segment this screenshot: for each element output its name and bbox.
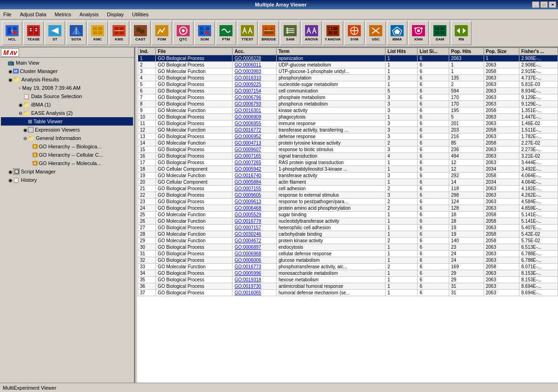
ease-label: EASE Analysis (2) bbox=[31, 110, 73, 116]
table-row[interactable]: 10GO Biological ProcessGO:0006909phagocy… bbox=[138, 114, 558, 120]
col-list-si[interactable]: List Si... bbox=[418, 48, 449, 55]
table-row[interactable]: 18GO Cellular ComponentGO:00059421-phosp… bbox=[138, 166, 558, 173]
table-row[interactable]: 32GO Biological ProcessGO:0006006glucose… bbox=[138, 257, 558, 264]
table-row[interactable]: 37GO Biological ProcessGO:0016065humoral… bbox=[138, 290, 558, 296]
table-row[interactable]: 15GO Biological ProcessGO:0009607respons… bbox=[138, 146, 558, 153]
table-row[interactable]: 11GO Biological ProcessGO:0006955immune … bbox=[138, 120, 558, 127]
table-row[interactable]: 25GO Molecular FunctionGO:0005529sugar b… bbox=[138, 212, 558, 218]
facto-anova-button[interactable]: f f ANOVA bbox=[323, 21, 343, 45]
sidebar-item-expr-viewers[interactable]: ◉ Expression Viewers bbox=[1, 126, 133, 134]
table-row[interactable]: 4GO Biological ProcessGO:0016310phosphor… bbox=[138, 75, 558, 81]
hist-icon: 📋 bbox=[13, 177, 20, 183]
menu-display[interactable]: Display bbox=[106, 11, 125, 18]
table-row[interactable]: 16GO Biological ProcessGO:0007165signal … bbox=[138, 153, 558, 159]
col-term[interactable]: Term bbox=[277, 48, 385, 55]
tease-button[interactable]: TEASE bbox=[23, 21, 44, 45]
menu-file[interactable]: File bbox=[2, 11, 13, 18]
bridge-button[interactable]: BRIDGE bbox=[259, 21, 279, 45]
table-row[interactable]: 3GO Molecular FunctionGO:0003983UTP-gluc… bbox=[138, 68, 558, 75]
table-row[interactable]: 1GO Biological ProcessGO:0008228opsiniza… bbox=[138, 55, 558, 62]
col-list-hits[interactable]: List Hits bbox=[385, 48, 418, 55]
table-row[interactable]: 33GO Molecular FunctionGO:0016773phospho… bbox=[138, 264, 558, 270]
table-row[interactable]: 7GO Biological ProcessGO:0006796phosphat… bbox=[138, 94, 558, 101]
sidebar-item-table-viewer[interactable]: ⊞ Table Viewer bbox=[1, 117, 133, 126]
sidebar-item-general-info[interactable]: ⊖ 📁 General Information bbox=[1, 134, 133, 142]
table-container[interactable]: Ind. File Acc. Term List Hits List Si...… bbox=[138, 47, 558, 383]
sidebar-item-data-source[interactable]: 📋 Data Source Selection bbox=[1, 92, 133, 100]
knn-button[interactable]: KNN bbox=[408, 21, 429, 45]
ptm-button[interactable]: PTM bbox=[216, 21, 236, 45]
sidebar-item-go-mol[interactable]: A GO Hierarchy -- Molecula... bbox=[1, 159, 133, 167]
menu-metrics[interactable]: Metrics bbox=[53, 11, 73, 18]
col-fishers[interactable]: Fisher's ... bbox=[519, 48, 558, 55]
sidebar-item-go-cell[interactable]: A GO Hierarchy -- Cellular C... bbox=[1, 151, 133, 159]
hcl-button[interactable]: HCL bbox=[2, 21, 22, 45]
cast-button[interactable]: CAST bbox=[130, 21, 151, 45]
ibma-button[interactable]: iBMA bbox=[387, 21, 407, 45]
table-row[interactable]: 36GO Biological ProcessGO:0019730antimic… bbox=[138, 283, 558, 290]
sidebar-item-cluster-manager[interactable]: ◉ M Cluster Manager bbox=[1, 67, 133, 75]
table-row[interactable]: 2GO Biological ProcessGO:0006011UDP-gluc… bbox=[138, 62, 558, 68]
menu-analysis[interactable]: Analysis bbox=[78, 11, 100, 18]
menu-adjust-data[interactable]: Adjust Data bbox=[19, 11, 48, 18]
table-row[interactable]: 19GO Molecular FunctionGO:0016740transfe… bbox=[138, 173, 558, 179]
fom-button[interactable]: FOM bbox=[152, 21, 172, 45]
sidebar-item-ibma[interactable]: ◉ 📁 iBMA (1) bbox=[1, 100, 133, 109]
sidebar-item-go-bio[interactable]: A GO Hierarchy -- Biologica... bbox=[1, 142, 133, 151]
table-row[interactable]: 9GO Molecular FunctionGO:0016301kinase a… bbox=[138, 107, 558, 114]
st-button[interactable]: ST bbox=[45, 21, 65, 45]
col-file[interactable]: File bbox=[156, 48, 232, 55]
table-row[interactable]: 26GO Molecular FunctionGO:0016779nucleot… bbox=[138, 218, 558, 225]
table-row[interactable]: 23GO Biological ProcessGO:0009613respons… bbox=[138, 199, 558, 205]
table-row[interactable]: 21GO Biological ProcessGO:0007155cell ad… bbox=[138, 186, 558, 192]
rn-button[interactable]: RN bbox=[451, 21, 472, 45]
sidebar-item-analysis-results[interactable]: ◉ 📁 Analysis Results bbox=[1, 75, 133, 84]
som-button[interactable]: SOM bbox=[194, 21, 215, 45]
kmc-button[interactable]: KMC bbox=[87, 21, 108, 45]
ttest-label: TTEST bbox=[241, 37, 253, 41]
table-row[interactable]: 17GO Biological ProcessGO:0007265RAS pro… bbox=[138, 159, 558, 166]
tree-area[interactable]: 📺 Main View ◉ M Cluster Manager ◉ 📁 Anal… bbox=[0, 58, 134, 383]
table-row[interactable]: 24GO Biological ProcessGO:0006468protein… bbox=[138, 205, 558, 212]
table-row[interactable]: 22GO Biological ProcessGO:0009605respons… bbox=[138, 192, 558, 199]
table-row[interactable]: 14GO Molecular FunctionGO:0004713protein… bbox=[138, 140, 558, 146]
sam-button[interactable]: SAM bbox=[280, 21, 300, 45]
table-row[interactable]: 29GO Molecular FunctionGO:0004672protein… bbox=[138, 238, 558, 244]
usc-button[interactable]: USC bbox=[365, 21, 386, 45]
table-row[interactable]: 12GO Molecular FunctionGO:0016772transfe… bbox=[138, 127, 558, 133]
col-pop-hits[interactable]: Pop. Hits bbox=[449, 48, 484, 55]
status-text: MultiExperiment Viewer bbox=[3, 385, 56, 391]
kms-button[interactable]: KMS bbox=[109, 21, 129, 45]
window-controls[interactable]: _ □ ✕ bbox=[532, 1, 556, 8]
minimize-btn[interactable]: _ bbox=[532, 1, 539, 8]
col-ind[interactable]: Ind. bbox=[138, 48, 156, 55]
table-row[interactable]: 6GO Biological ProcessGO:0007154cell com… bbox=[138, 88, 558, 94]
table-row[interactable]: 20GO Cellular ComponentGO:0005884actin f… bbox=[138, 179, 558, 186]
table-row[interactable]: 35GO Biological ProcessGO:0019318hexose … bbox=[138, 277, 558, 283]
sidebar-item-script-manager[interactable]: ◉ 🔲 Script Manager bbox=[1, 167, 133, 176]
ibma-label: iBMA bbox=[392, 37, 402, 41]
col-acc[interactable]: Acc. bbox=[232, 48, 277, 55]
table-row[interactable]: 13GO Biological ProcessGO:0006952defense… bbox=[138, 133, 558, 140]
table-row[interactable]: 34GO Biological ProcessGO:0005996monosac… bbox=[138, 270, 558, 277]
table-row[interactable]: 8GO Biological ProcessGO:0006793phosphor… bbox=[138, 101, 558, 107]
anova-button[interactable]: ANOVA bbox=[301, 21, 322, 45]
qtc-button[interactable]: QTC bbox=[173, 21, 193, 45]
sidebar-item-ease[interactable]: ⊖ 📁 EASE Analysis (2) bbox=[1, 109, 133, 117]
table-row[interactable]: 30GO Biological ProcessGO:0006897endocyt… bbox=[138, 244, 558, 251]
ttest-button[interactable]: TTEST bbox=[237, 21, 258, 45]
sidebar-item-main-view[interactable]: 📺 Main View bbox=[1, 59, 133, 67]
table-row[interactable]: 31GO Biological ProcessGO:0006968cellula… bbox=[138, 251, 558, 257]
table-row[interactable]: 27GO Biological ProcessGO:0007157heterop… bbox=[138, 225, 558, 231]
table-row[interactable]: 28GO Molecular FunctionGO:0030246carbohy… bbox=[138, 231, 558, 238]
menu-utilities[interactable]: Utilities bbox=[131, 11, 150, 18]
qtc-label: QTC bbox=[179, 37, 187, 41]
close-btn[interactable]: ✕ bbox=[549, 1, 556, 8]
table-row[interactable]: 5GO Biological ProcessGO:0009225nucleoti… bbox=[138, 81, 558, 88]
maximize-btn[interactable]: □ bbox=[540, 1, 548, 8]
sota-button[interactable]: SOTA bbox=[66, 21, 86, 45]
svm-button[interactable]: SVM bbox=[344, 21, 365, 45]
dam-button[interactable]: DAM bbox=[430, 21, 450, 45]
sidebar-item-history[interactable]: ◉ 📋 History bbox=[1, 176, 133, 184]
col-pop-size[interactable]: Pop. Size bbox=[484, 48, 519, 55]
